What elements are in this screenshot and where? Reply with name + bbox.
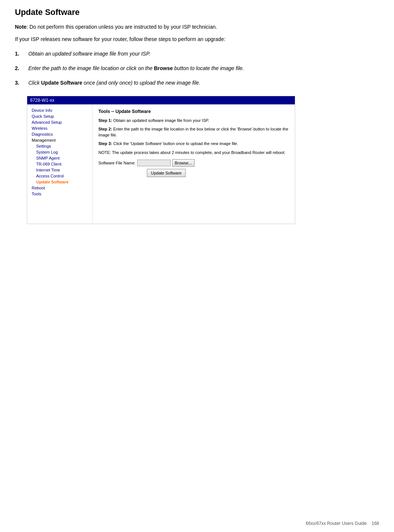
sidebar-item-access-control[interactable]: Access Control [27,173,92,179]
update-software-button[interactable]: Update Software [147,169,186,177]
step-3: 3. Click Update Software once (and only … [15,79,379,87]
sidebar-item-device-info[interactable]: Device Info [27,107,92,113]
step-2-prefix: Enter the path to the image file locatio… [28,65,154,71]
sidebar-item-settings[interactable]: Settings [27,143,92,149]
router-body: Device Info Quick Setup Advanced Setup W… [27,104,295,224]
step-2-num: 2. [15,64,27,72]
router-step3-label: Step 3: [98,141,112,146]
note-text: : Do not perform this operation unless y… [26,24,217,30]
sidebar-item-quick-setup[interactable]: Quick Setup [27,113,92,119]
sidebar-item-advanced-setup[interactable]: Advanced Setup [27,119,92,125]
router-note: NOTE: The update process takes about 2 m… [98,150,289,155]
router-step1-text: Obtain an updated software image file fr… [113,118,209,123]
file-label: Software File Name: [98,161,136,165]
router-step-3: Step 3: Click the 'Update Software' butt… [98,141,289,147]
router-main-title: Tools -- Update Software [98,109,289,114]
page-footer: 66xx/67xx Router Users Guide 168 [306,521,379,526]
steps-list: 1. Obtain an updated software image file… [15,50,379,87]
update-btn-row: Update Software [147,169,289,177]
step-3-bold: Update Software [41,80,82,86]
step-3-suffix: once (and only once) to upload the new i… [82,80,201,86]
router-titlebar: 6728-W1-xx [27,96,295,104]
router-screenshot: 6728-W1-xx Device Info Quick Setup Advan… [27,96,295,224]
file-input-row: Software File Name: Browse... [98,159,289,167]
browse-button[interactable]: Browse... [172,159,195,167]
step-2: 2. Enter the path to the image file loca… [15,64,379,72]
sidebar-item-wireless[interactable]: Wireless [27,125,92,131]
router-step-2: Step 2: Enter the path to the image file… [98,126,289,138]
sidebar-item-system-log[interactable]: System Log [27,149,92,155]
router-main: Tools -- Update Software Step 1: Obtain … [92,104,295,224]
footer-page: 168 [372,521,379,526]
router-step2-text: Enter the path to the image file locatio… [98,127,288,137]
router-sidebar: Device Info Quick Setup Advanced Setup W… [27,104,92,224]
sidebar-item-tr069[interactable]: TR-069 Client [27,161,92,167]
sidebar-item-reboot[interactable]: Reboot [27,185,92,191]
step-2-text: Enter the path to the image file locatio… [28,64,244,72]
sidebar-item-update-software[interactable]: Update Software [27,179,92,185]
step-1-num: 1. [15,50,27,58]
step-1: 1. Obtain an updated software image file… [15,50,379,58]
router-step1-label: Step 1: [98,118,112,123]
sidebar-item-internet-time[interactable]: Internet Time [27,167,92,173]
router-step3-text: Click the 'Update Software' button once … [113,141,238,146]
sidebar-section-management: Management [27,137,92,143]
step-2-bold: Browse [154,65,173,71]
sidebar-item-diagnostics[interactable]: Diagnostics [27,131,92,137]
step-2-suffix: button to locate the image file. [173,65,244,71]
sidebar-item-tools[interactable]: Tools [27,191,92,197]
router-step2-label: Step 2: [98,127,112,131]
step-3-num: 3. [15,79,27,87]
file-input-box[interactable] [137,160,171,166]
router-step-1: Step 1: Obtain an updated software image… [98,118,289,123]
intro-text: If your ISP releases new software for yo… [15,35,379,43]
note-block: Note: Do not perform this operation unle… [15,23,379,31]
step-1-text: Obtain an updated software image file fr… [28,50,150,58]
step-3-prefix: Click [28,80,41,86]
page-title: Update Software [15,7,379,17]
step-3-text: Click Update Software once (and only onc… [28,79,200,87]
sidebar-item-snmp-agent[interactable]: SNMP Agent [27,155,92,161]
footer-text: 66xx/67xx Router Users Guide [306,521,366,526]
note-label: Note [15,24,26,30]
